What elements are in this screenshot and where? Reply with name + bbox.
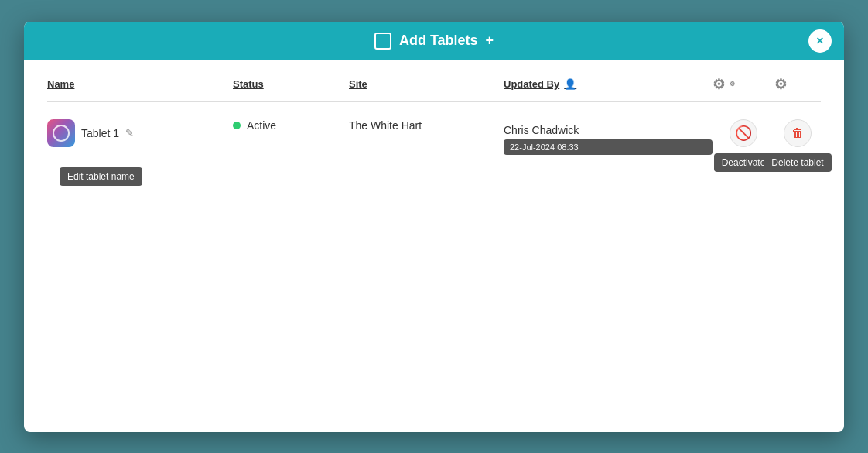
col-status-header: Status: [233, 76, 349, 93]
updated-by-cell: Chris Chadwick 22-Jul-2024 08:33: [504, 119, 713, 155]
close-button[interactable]: ×: [808, 29, 832, 53]
gear-sub-icon: ⚙: [730, 81, 735, 88]
delete-cell: 🗑 Delete tablet: [774, 119, 821, 172]
delete-tooltip: Delete tablet: [764, 153, 831, 172]
site-cell: The White Hart: [349, 119, 504, 132]
updated-by-name: Chris Chadwick: [504, 119, 713, 136]
deactivate-icon: 🚫: [735, 125, 752, 142]
deactivate-button[interactable]: 🚫: [730, 119, 757, 147]
col-site-header: Site: [349, 76, 504, 93]
col-settings-header: ⚙: [774, 76, 821, 93]
edit-tablet-name-tooltip: Edit tablet name: [60, 167, 142, 186]
trash-icon: 🗑: [791, 126, 804, 140]
modal-title-plus: +: [486, 33, 494, 49]
status-text: Active: [247, 119, 276, 132]
add-tablets-modal: Add Tablets + × Name Status Site Updated…: [24, 22, 844, 432]
updated-by-label: Updated By: [504, 78, 559, 90]
table-row: Tablet 1 ✎ Edit tablet name Active The W…: [47, 110, 821, 177]
modal-header: Add Tablets + ×: [24, 22, 844, 60]
col-name-header: Name: [47, 76, 233, 93]
modal-body: Name Status Site Updated By 👤 ⚙ ⚙ ⚙ Tabl…: [24, 60, 844, 432]
name-cell: Tablet 1 ✎ Edit tablet name: [47, 119, 233, 147]
close-icon: ×: [816, 34, 823, 48]
status-dot: [233, 122, 241, 129]
delete-button[interactable]: 🗑: [784, 119, 812, 147]
person-icon: 👤: [564, 78, 576, 90]
tablet-app-icon: [47, 119, 75, 147]
col-updated-by-header: Updated By 👤: [504, 76, 713, 93]
timestamp-tooltip: 22-Jul-2024 08:33: [504, 139, 713, 155]
col-deactivate-header: ⚙ ⚙: [713, 76, 774, 93]
modal-title-text: Add Tablets: [399, 33, 478, 49]
settings-gear-icon-2: ⚙: [774, 76, 787, 93]
site-text: The White Hart: [349, 119, 422, 132]
table-header: Name Status Site Updated By 👤 ⚙ ⚙ ⚙: [47, 76, 821, 102]
delete-action: 🗑 Delete tablet: [764, 119, 831, 172]
tablet-icon: [374, 33, 391, 50]
settings-gear-icon-1: ⚙: [713, 76, 725, 93]
modal-title: Add Tablets +: [374, 33, 494, 50]
status-cell: Active: [233, 119, 349, 132]
